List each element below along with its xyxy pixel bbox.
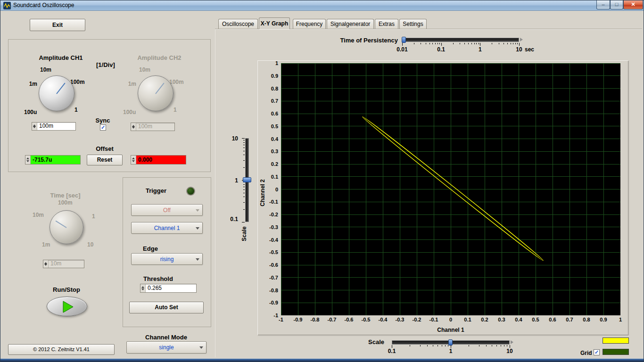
knob-tick-label: 10m xyxy=(40,66,51,73)
sync-label: Sync xyxy=(92,117,113,124)
amplitude-ch2-knob xyxy=(138,75,173,111)
knob-tick-label: 1 xyxy=(74,107,78,113)
knob-tick-label: 1m xyxy=(19,81,37,87)
window-title: Soundcard Oszilloscope xyxy=(13,2,74,8)
time-spinner: 10m xyxy=(43,260,84,268)
trigger-led xyxy=(186,187,195,196)
spin-buttons[interactable] xyxy=(32,123,37,130)
knob-tick-label: 1 xyxy=(173,107,177,113)
time-knob xyxy=(50,210,83,244)
sync-checkbox[interactable]: ✓ xyxy=(100,124,106,131)
threshold-label: Threshold xyxy=(143,275,171,282)
knob-tick-label: 1m xyxy=(118,81,136,87)
knob-pointer xyxy=(56,221,67,228)
amplitude-ch1-title: Amplitude CH1 xyxy=(28,54,94,61)
offset-ch2-spinner[interactable]: 0.000 xyxy=(131,155,186,165)
spin-buttons[interactable] xyxy=(140,284,146,292)
amplitude-ch1-spinner[interactable]: 100m xyxy=(32,122,76,131)
trigger-mode-dropdown: Off xyxy=(131,204,203,216)
tab-page xyxy=(215,29,642,357)
threshold-value[interactable]: 0.265 xyxy=(146,284,196,292)
amplitude-ch2-spinner: 100m xyxy=(131,123,175,131)
trigger-title: Trigger xyxy=(142,187,170,194)
spin-buttons xyxy=(131,123,136,131)
maximize-button[interactable]: □ xyxy=(610,0,623,9)
tab-extras[interactable]: Extras xyxy=(375,19,398,29)
copyright-button[interactable]: © 2012 C. Zeitnitz V1.41 xyxy=(8,344,115,355)
knob-tick-label: 100m xyxy=(169,79,184,85)
channel-mode-value: single xyxy=(159,344,173,351)
trigger-channel-dropdown[interactable]: Channel 1 xyxy=(131,222,203,234)
dropdown-arrow-icon xyxy=(196,209,199,214)
edge-dropdown[interactable]: rising xyxy=(131,253,203,265)
close-button[interactable]: ✕ xyxy=(623,0,643,9)
dropdown-arrow-icon xyxy=(199,346,203,351)
spin-buttons[interactable] xyxy=(25,156,31,164)
tab-oscilloscope[interactable]: Oscilloscope xyxy=(218,19,258,29)
spin-buttons[interactable] xyxy=(131,156,136,164)
knob-tick-label: 100u xyxy=(123,109,136,115)
knob-pointer xyxy=(56,83,65,94)
taskbar-strip xyxy=(0,359,644,362)
dropdown-arrow-icon xyxy=(196,258,199,263)
knob-tick-label: 1 xyxy=(92,213,95,220)
knob-tick-label: 10 xyxy=(87,241,93,248)
time-value: 10m xyxy=(49,260,84,268)
amplitude-ch1-knob[interactable] xyxy=(39,75,74,111)
offset-ch1-value[interactable]: -715.7u xyxy=(31,156,80,164)
app-icon xyxy=(3,2,11,9)
tab-settings[interactable]: Settings xyxy=(399,19,427,29)
knob-tick-label: 10m xyxy=(27,212,44,218)
minimize-button[interactable]: – xyxy=(596,0,610,9)
offset-ch1-spinner[interactable]: -715.7u xyxy=(25,155,81,165)
amplitude-ch1-value[interactable]: 100m xyxy=(37,123,75,130)
play-icon xyxy=(62,301,74,313)
tab-signalgenerator[interactable]: Signalgenerator xyxy=(327,19,374,29)
reset-button[interactable]: Reset xyxy=(87,155,123,165)
edge-label: Edge xyxy=(140,245,161,252)
channel-mode-dropdown[interactable]: single xyxy=(126,341,206,354)
titlebar[interactable]: Soundcard Oszilloscope – □ ✕ xyxy=(0,0,644,11)
trigger-channel-value: Channel 1 xyxy=(154,225,180,231)
edge-value: rising xyxy=(160,256,174,263)
knob-tick-label: 100m xyxy=(58,199,73,206)
threshold-spinner[interactable]: 0.265 xyxy=(140,284,197,293)
tab-xy-graph[interactable]: X-Y Graph xyxy=(259,17,290,29)
spin-buttons xyxy=(43,260,49,268)
run-stop-button[interactable] xyxy=(47,296,87,316)
knob-tick-label: 100m xyxy=(70,79,85,85)
amplitude-ch2-value: 100m xyxy=(136,123,174,131)
knob-pointer xyxy=(155,83,164,94)
app-window: Soundcard Oszilloscope – □ ✕ Exit Amplit… xyxy=(0,0,644,362)
knob-tick-label: 10m xyxy=(139,66,150,73)
knob-tick-label: 1m xyxy=(42,241,50,248)
trigger-mode-value: Off xyxy=(163,207,171,214)
autoset-button[interactable]: Auto Set xyxy=(129,302,204,313)
offset-ch2-value[interactable]: 0.000 xyxy=(136,156,186,164)
channel-mode-label: Channel Mode xyxy=(141,334,191,341)
per-div-unit-label: [1/Div] xyxy=(96,61,115,68)
amplitude-ch2-title: Amplitude CH2 xyxy=(126,54,192,61)
time-title: Time [sec] xyxy=(45,192,85,199)
exit-button[interactable]: Exit xyxy=(30,19,85,31)
tab-frequency[interactable]: Frequency xyxy=(293,19,326,29)
knob-tick-label: 100u xyxy=(24,109,37,115)
offset-label: Offset xyxy=(91,145,119,152)
dropdown-arrow-icon xyxy=(196,227,199,231)
run-stop-label: Run/Stop xyxy=(50,286,83,293)
